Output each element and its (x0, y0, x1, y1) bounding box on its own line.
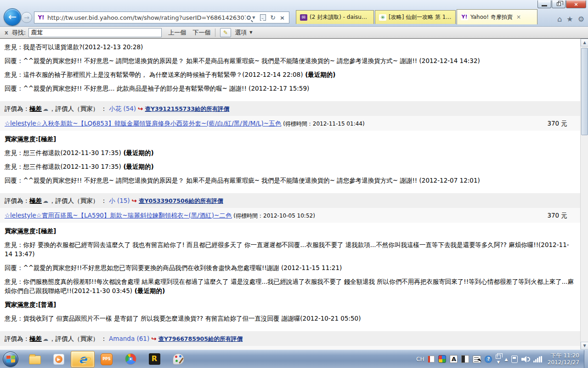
taskbar-clock[interactable]: 下午 11:20 2012/12/27 (548, 352, 579, 366)
find-prev-button[interactable]: 上一個 (168, 29, 186, 37)
rating-prefix-label: 評價為： (5, 105, 29, 112)
tab-close-icon[interactable]: × (516, 14, 521, 20)
item-price: 370 元 (547, 211, 576, 219)
storm-cloud-icon: ☁ (43, 106, 48, 112)
comment-line: 回覆：^^親愛的買家您好!! 不好意思~ 請問您退換貨的原因是？ 如果不是商品有… (0, 52, 580, 66)
url-text[interactable]: http://tw.user.bid.yahoo.com/tw/show/rat… (47, 14, 246, 21)
all-ratings-link[interactable]: 查Y7966785905給的所有評價 (158, 335, 243, 342)
taskbar-media-player[interactable]: ▶ (47, 351, 71, 368)
forum-icon: ✳ (379, 14, 386, 21)
show-hidden-icon[interactable]: ▲ (504, 357, 508, 362)
feedback-list: 意見：我是否可以退貨退款?(2012-12-13 20:28)回覆：^^親愛的買… (0, 39, 580, 350)
all-ratings-link[interactable]: 查Y3912155733給的所有評價 (145, 105, 229, 112)
paint-icon (173, 353, 184, 365)
comment-line: 意見：我是否可以退貨退款?(2012-12-13 20:28) (0, 39, 580, 52)
tab-yahoo-auction[interactable]: Y! Yahoo! 奇摩拍賣 × (457, 9, 537, 24)
comment-text: 回覆：^^親愛的買家您好!! 不好意思~ 請問您退換貨的原因是？ 如果不是商品有… (5, 177, 480, 184)
all-ratings-link[interactable]: 查Y0533907506給的所有評價 (139, 197, 223, 204)
buyer-satisfaction-label: 買家滿意度:[極差] (0, 131, 580, 144)
auction-item-row: ☆lelestyle☆潮流個性款~【L992】顯瘦洋氣不規則連身裙~(黑/灰)~… (0, 346, 580, 350)
recent-tag: (最近期的) (121, 149, 154, 156)
speaker-icon[interactable] (521, 356, 530, 363)
auction-item-row: ☆lelestyle☆實用百搭風~【LA590】新款~瑞麗斜拉鍊翻領棉衣~(黑/… (0, 208, 580, 223)
network-icon[interactable] (533, 356, 542, 362)
auction-item-link[interactable]: ☆lelestyle☆實用百搭風~【LA590】新款~瑞麗斜拉鍊翻領棉衣~(黑/… (5, 211, 232, 219)
comment-line: 回覆：^^親愛的買家您好!! 不好意思... 此款商品是袖子的部分是有鬆緊帶的喔… (0, 80, 580, 94)
find-next-button[interactable]: 下一個 (192, 29, 210, 37)
ime-half-icon[interactable] (461, 355, 469, 363)
compatibility-view-icon[interactable] (260, 14, 266, 21)
ime-swirl-icon[interactable] (438, 355, 446, 363)
yahoo-icon: Y! (461, 14, 468, 20)
home-icon[interactable]: ⌂ (557, 15, 562, 23)
options-dropdown-icon: ▼ (249, 30, 252, 34)
scrollbar-thumb[interactable] (581, 48, 588, 135)
section-gap (0, 186, 580, 193)
address-bar[interactable]: Y! http://tw.user.bid.yahoo.com/tw/show/… (34, 12, 289, 23)
search-icon[interactable] (247, 16, 251, 20)
ime-a-icon[interactable]: A (450, 355, 458, 363)
scroll-up-icon[interactable]: ▲ (581, 39, 588, 46)
comment-text: 回覆：^^親愛的買家您好!! 不好意思... 此款商品是袖子的部分是有鬆緊帶的喔… (5, 85, 309, 92)
buyer-count-link[interactable]: (61) (135, 335, 149, 342)
findbar-close-icon[interactable]: x (5, 29, 8, 36)
find-options-button[interactable]: 選項 ▼ (235, 29, 255, 37)
ime-book-icon[interactable] (428, 356, 435, 362)
r-app-icon: R (149, 353, 160, 365)
vertical-scrollbar[interactable]: ▲ ▼ (580, 39, 588, 350)
rating-header-row: 評價為：極差☁，評價人（買家） ： 小花 (54)↪查Y3912155733給的… (0, 101, 580, 116)
redirect-arrow-icon: ↪ (132, 197, 137, 204)
taskbar-ie-active[interactable]: e (71, 351, 95, 368)
comment-line: 回覆：^^親愛的買家您好!!不好意思如您已寄回要更換的商品我們在收到後會盡快為您… (0, 259, 580, 273)
close-button[interactable]: × (566, 0, 586, 8)
redirect-arrow-icon: ↪ (138, 105, 143, 112)
forward-button[interactable]: → (21, 12, 32, 23)
tab-mail[interactable]: ✉ (2 封未讀取) - daisukiryo... (296, 10, 374, 24)
favorites-star-icon[interactable]: ★ (566, 15, 573, 23)
minimize-button[interactable] (537, 0, 551, 8)
taskbar-pps[interactable]: PPS (95, 351, 119, 368)
window-controls: × (537, 0, 586, 8)
buyer-name-link[interactable]: 小花 (109, 105, 121, 112)
ime-menu-icon[interactable] (473, 356, 481, 363)
find-input[interactable] (28, 28, 162, 37)
restore-window-icon[interactable]: ▼ (496, 355, 501, 364)
buyer-count-link[interactable]: (15) (115, 197, 130, 204)
action-center-icon[interactable] (511, 356, 518, 363)
help-icon[interactable]: ? (485, 356, 492, 363)
rating-grade: 極差 (29, 197, 42, 204)
findbar-label: 尋找: (12, 29, 26, 37)
comment-text: 回覆：^^親愛的買家您好!! 不好意思~ 請問您退換貨的原因是？ 如果不是商品有… (5, 57, 480, 64)
buyer-count-link[interactable]: (54) (121, 105, 136, 112)
buyer-name-link[interactable]: Amanda (109, 335, 135, 342)
buyer-name-link[interactable]: 小 (109, 197, 115, 204)
taskbar-explorer[interactable] (23, 351, 47, 368)
rating-grade: 極差 (29, 105, 42, 112)
comment-text: 回覆：^^親愛的買家您好!!不好意思如您已寄回要更換的商品我們在收到後會盡快為您… (5, 264, 342, 271)
taskbar-chrome[interactable] (119, 351, 142, 368)
stop-icon[interactable]: × (280, 14, 285, 21)
show-desktop-button[interactable] (584, 350, 588, 368)
tab-forum[interactable]: ✳ [攻略] 仙劍一攻略 第 1 頁 ... (375, 10, 456, 24)
search-dropdown-icon[interactable]: ▼ (252, 16, 255, 20)
section-gap (0, 94, 580, 101)
start-orb[interactable] (3, 351, 18, 367)
refresh-icon[interactable]: ↻ (270, 14, 276, 21)
comment-line: 意見：想三件都退款(2012-11-30 17:35) (最近期的) (0, 158, 580, 172)
storm-cloud-icon: ☁ (43, 336, 48, 342)
comment-text: 意見：貨我收到了 但實品跟照片不一樣 是寄錯了 所以我要怎麼退換貨?? 有留言給… (5, 315, 361, 322)
back-button[interactable]: ← (4, 8, 21, 26)
comment-text: 意見：我是否可以退貨退款?(2012-12-13 20:28) (5, 43, 143, 51)
auction-item-link[interactable]: ☆lelestyle☆入秋冬新款~【LQ6853】韓版金屬領聳肩修身小西裝外套~… (5, 119, 281, 127)
scroll-down-icon[interactable]: ▼ (581, 342, 588, 350)
settings-gear-icon[interactable]: ⚙ (578, 15, 584, 23)
bid-time-label: (得標時間：2012-10-05 10:52) (233, 212, 315, 220)
highlight-all-icon[interactable]: ✎ (220, 28, 231, 37)
taskbar-r-app[interactable]: R (142, 351, 166, 368)
restore-button[interactable] (552, 0, 565, 8)
browser-chrome: × ← → Y! http://tw.user.bid.yahoo.com/tw… (0, 0, 588, 27)
taskbar: ▶ e PPS R CH A ? ▼ ▲ 下午 11:20 2012/12/27 (0, 350, 588, 368)
language-indicator[interactable]: CH (416, 356, 424, 362)
taskbar-paint[interactable] (166, 351, 190, 368)
rater-label: ，評價人（買家） ： (49, 335, 109, 342)
